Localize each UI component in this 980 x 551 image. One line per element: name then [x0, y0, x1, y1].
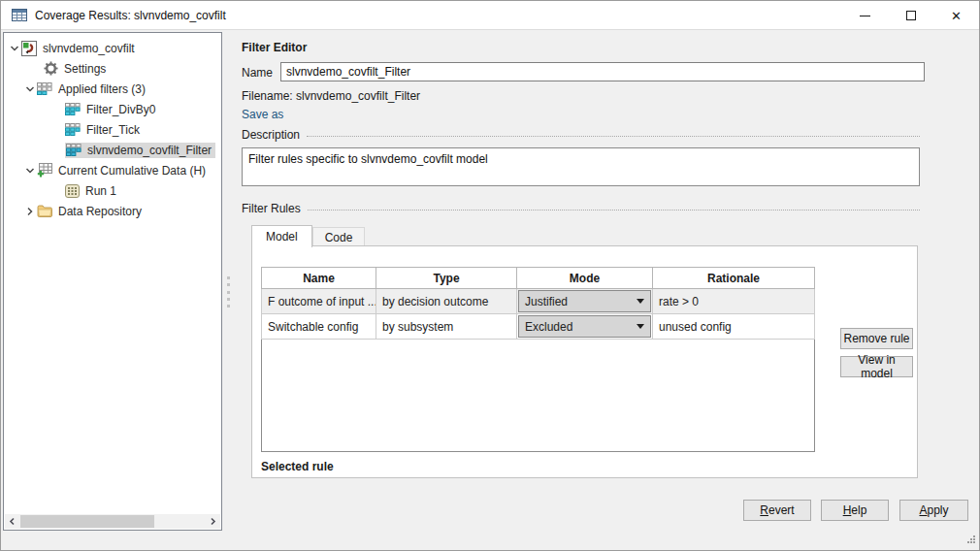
filter-editor-pane: Filter Editor Name Filename: slvnvdemo_c…	[234, 30, 980, 551]
scrollbar-thumb[interactable]	[20, 515, 154, 528]
tree-item-filter-divby0[interactable]: Filter_DivBy0	[4, 99, 221, 119]
run-icon	[65, 184, 80, 198]
simulink-model-icon	[21, 41, 37, 56]
name-label: Name	[242, 66, 273, 80]
rule-name-cell[interactable]: F outcome of input ...	[262, 289, 376, 314]
filter-icon	[66, 144, 82, 156]
rule-rationale-cell[interactable]: rate > 0	[653, 289, 815, 314]
coverage-results-window: Coverage Results: slvnvdemo_covfilt ✕ sl…	[0, 0, 980, 551]
apply-button[interactable]: Apply	[899, 500, 968, 521]
mode-dropdown[interactable]: Excluded	[518, 315, 651, 338]
selected-rule-label: Selected rule	[261, 460, 334, 473]
maximize-icon	[906, 11, 916, 20]
mode-dropdown[interactable]: Justified	[518, 290, 651, 312]
help-button[interactable]: Help	[821, 500, 889, 521]
rule-mode-cell: Justified	[517, 289, 653, 314]
maximize-button[interactable]	[888, 1, 933, 30]
tree-item-label: Filter_DivBy0	[86, 103, 155, 116]
table-row[interactable]: F outcome of input ... by decision outco…	[262, 289, 815, 314]
description-label: Description	[242, 128, 300, 142]
scroll-right-arrow-icon[interactable]	[206, 514, 220, 529]
filter-rules-label: Filter Rules	[242, 202, 301, 215]
applied-filters-icon	[37, 82, 52, 95]
window-title: Coverage Results: slvnvdemo_covfilt	[35, 9, 226, 22]
table-header-row: Name Type Mode Rationale	[262, 268, 815, 289]
filter-icon	[65, 103, 81, 115]
minimize-button[interactable]	[842, 1, 888, 30]
cumulative-data-icon	[37, 163, 52, 178]
filter-rules-group-header: Filter Rules	[242, 202, 920, 215]
close-button[interactable]: ✕	[933, 1, 979, 30]
filter-editor-heading: Filter Editor	[242, 41, 307, 54]
tree-item-label: slvnvdemo_covfilt	[43, 42, 135, 55]
model-tab-panel: Name Type Mode Rationale F outcome of in…	[251, 245, 918, 478]
folder-icon	[37, 205, 52, 217]
tree-item-covfilt-filter[interactable]: slvnvdemo_covfilt_Filter	[4, 140, 221, 160]
filter-name-input[interactable]	[280, 62, 925, 81]
tree-item-label: Run 1	[85, 184, 116, 198]
table-row[interactable]: Switchable config by subsystem Excluded …	[262, 314, 815, 340]
tree-item-run1[interactable]: Run 1	[4, 180, 221, 201]
tree-item-applied-filters[interactable]: Applied filters (3)	[4, 79, 221, 99]
rule-mode-cell: Excluded	[517, 314, 653, 340]
tree-item-label: Filter_Tick	[86, 123, 140, 137]
tree-item-filter-tick[interactable]: Filter_Tick	[4, 119, 221, 140]
results-tree-panel: slvnvdemo_covfilt Settings	[3, 32, 222, 531]
scroll-left-arrow-icon[interactable]	[5, 514, 19, 529]
dropdown-arrow-icon	[637, 324, 644, 329]
tree-item-label: Settings	[64, 62, 106, 76]
minimize-icon	[860, 16, 870, 16]
tab-code[interactable]: Code	[312, 227, 366, 246]
group-separator-line	[308, 210, 920, 211]
group-separator-line	[307, 136, 920, 137]
chevron-down-icon[interactable]	[8, 45, 21, 52]
chevron-right-icon[interactable]	[23, 207, 37, 216]
revert-button[interactable]: Revert	[743, 500, 811, 521]
rule-type-cell[interactable]: by decision outcome	[376, 289, 517, 314]
rule-type-cell[interactable]: by subsystem	[376, 314, 517, 340]
tree-item-data-repository[interactable]: Data Repository	[4, 201, 221, 221]
close-icon: ✕	[951, 10, 962, 22]
filter-rules-tabs: Model Code	[251, 223, 365, 246]
tree-item-label: Data Repository	[58, 205, 142, 218]
filter-icon	[65, 123, 81, 136]
title-bar: Coverage Results: slvnvdemo_covfilt ✕	[1, 1, 979, 30]
table-empty-area	[262, 340, 815, 452]
tree-item-cumulative-data[interactable]: Current Cumulative Data (H)	[4, 160, 221, 180]
column-header-type: Type	[376, 268, 517, 289]
column-header-mode: Mode	[517, 268, 653, 289]
coverage-table-icon	[12, 9, 27, 21]
description-textarea[interactable]: Filter rules specific to slvnvdemo_covfi…	[242, 147, 920, 186]
gear-icon	[44, 61, 58, 76]
remove-rule-button[interactable]: Remove rule	[840, 328, 913, 349]
tree-horizontal-scrollbar[interactable]	[5, 514, 220, 529]
column-header-rationale: Rationale	[653, 268, 815, 289]
rule-rationale-cell[interactable]: unused config	[653, 314, 815, 340]
description-group-header: Description	[242, 128, 920, 142]
column-header-name: Name	[262, 268, 376, 289]
dropdown-arrow-icon	[637, 299, 644, 304]
filter-rules-table: Name Type Mode Rationale F outcome of in…	[261, 267, 815, 452]
panel-splitter-handle[interactable]	[225, 276, 231, 308]
chevron-down-icon[interactable]	[23, 85, 37, 93]
chevron-down-icon[interactable]	[23, 167, 37, 175]
tree-item-label: Current Cumulative Data (H)	[58, 164, 206, 178]
tab-model[interactable]: Model	[251, 225, 312, 247]
view-in-model-button[interactable]: View in model	[840, 356, 913, 377]
tree-item-label: Applied filters (3)	[58, 82, 146, 96]
tree-item-settings[interactable]: Settings	[4, 58, 221, 79]
filename-text: Filename: slvnvdemo_covfilt_Filter	[242, 89, 420, 103]
window-resize-grip[interactable]	[966, 533, 975, 546]
tree-item-label: slvnvdemo_covfilt_Filter	[87, 144, 212, 157]
save-as-link[interactable]: Save as	[242, 108, 283, 121]
selected-tree-item-highlight: slvnvdemo_covfilt_Filter	[65, 143, 215, 158]
rule-name-cell[interactable]: Switchable config	[262, 314, 376, 340]
tree-item-model-root[interactable]: slvnvdemo_covfilt	[4, 38, 221, 58]
